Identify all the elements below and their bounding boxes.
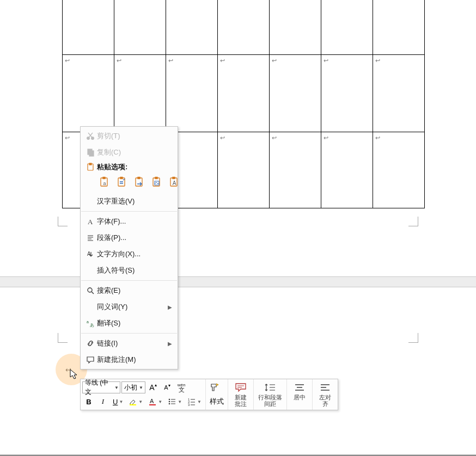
paragraph-mark: ↩ (65, 57, 70, 64)
table-cell[interactable]: ↩ (63, 54, 114, 132)
link-icon (84, 339, 97, 348)
paste-as-link-button[interactable] (133, 175, 146, 190)
label-line: 间距 (264, 400, 276, 407)
table-cell[interactable] (270, 0, 321, 54)
paste-picture-button[interactable] (150, 175, 163, 190)
paragraph-mark: ↩ (375, 134, 380, 141)
numbering-button[interactable]: 123▼ (185, 395, 204, 408)
menu-translate[interactable]: aあ 翻译(S) (81, 315, 178, 331)
svg-rect-14 (155, 177, 157, 179)
menu-label: 粘贴选项: (97, 162, 172, 172)
menu-label: 文字方向(X)... (97, 249, 172, 259)
menu-link[interactable]: 链接(I) ▶ (81, 335, 178, 352)
chevron-down-icon: ▼ (114, 385, 119, 390)
menu-synonyms[interactable]: 同义词(Y) ▶ (81, 299, 178, 315)
context-menu: 剪切(T) 复制(C) 粘贴选项: a A 汉字重选(V) (80, 126, 178, 369)
grow-font-button[interactable]: A▴ (147, 381, 160, 394)
font-color-button[interactable]: A▼ (146, 395, 164, 408)
svg-point-28 (169, 401, 170, 403)
svg-text:A: A (88, 218, 93, 226)
menu-new-comment[interactable]: 新建批注(M) (81, 352, 178, 368)
table-cell[interactable]: ↩ (373, 54, 425, 132)
document-page-1[interactable]: ↩ ↩ ↩ ↩ ↩ ↩ ↩ ↩ ↩ ↩ ↩ ↩ ↩ ↩ (0, 0, 476, 275)
table-cell[interactable]: ↩ (218, 54, 270, 132)
font-size-value: 小初 (124, 383, 137, 392)
menu-label: 汉字重选(V) (97, 196, 172, 206)
paste-text-only-button[interactable]: A (168, 175, 181, 190)
italic-label: I (102, 397, 104, 406)
chevron-down-icon: ▼ (119, 399, 123, 404)
table-cell[interactable] (373, 0, 425, 54)
copy-icon (84, 148, 97, 157)
clipboard-icon (84, 163, 97, 171)
styles-button[interactable]: 样式 (208, 395, 226, 408)
mini-linespacing-group: 行和段落间距 (254, 379, 287, 410)
table-cell[interactable]: ↩ (270, 132, 321, 208)
paste-merge-button[interactable] (115, 175, 129, 190)
menu-paragraph[interactable]: 段落(P)... (81, 230, 178, 246)
highlight-button[interactable]: ▼ (126, 395, 145, 408)
paragraph-icon (84, 233, 97, 242)
table-cell[interactable]: ↩ (218, 132, 270, 208)
underline-button[interactable]: U▼ (111, 395, 125, 408)
svg-rect-10 (120, 177, 123, 179)
label-line: 齐 (322, 400, 328, 407)
new-comment-button[interactable]: 新建批注 (230, 380, 252, 409)
paste-keep-source-button[interactable]: a (98, 175, 111, 190)
paragraph-mark: ↩ (65, 134, 70, 141)
menu-reselect-hanzi[interactable]: 汉字重选(V) (81, 193, 178, 209)
font-name-combo[interactable]: 等线 (中文▼ (82, 381, 120, 393)
bullets-button[interactable]: ▼ (166, 395, 184, 408)
menu-paste-header: 粘贴选项: (81, 161, 178, 174)
svg-text:あ: あ (90, 323, 94, 328)
table-cell[interactable] (63, 0, 114, 54)
paragraph-mark: ↩ (117, 57, 121, 64)
table-cell[interactable] (218, 0, 270, 54)
align-left-button[interactable]: 左对齐 (314, 380, 336, 409)
svg-rect-5 (89, 163, 91, 165)
svg-rect-12 (138, 177, 140, 179)
table-cell[interactable] (114, 0, 166, 54)
table-cell[interactable] (166, 0, 218, 54)
line-spacing-button[interactable]: 行和段落间距 (255, 380, 285, 409)
table-cell[interactable]: ↩ (166, 54, 218, 132)
table-cell[interactable]: ↩ (321, 54, 373, 132)
menu-copy[interactable]: 复制(C) (81, 144, 178, 161)
svg-point-27 (169, 399, 170, 400)
svg-rect-11 (136, 178, 142, 186)
font-size-combo[interactable]: 小初▼ (121, 381, 145, 393)
styles-label: 样式 (210, 397, 224, 406)
menu-font[interactable]: A 字体(F)... (81, 213, 178, 230)
page-corner-mark (58, 329, 72, 343)
letter-a-small: A (164, 384, 168, 391)
bold-button[interactable]: B (82, 395, 95, 408)
menu-label: 字体(F)... (97, 217, 172, 226)
paragraph-mark: ↩ (272, 134, 277, 141)
table-cell[interactable]: ↩ (270, 54, 321, 132)
table-cell[interactable]: ↩ (373, 132, 425, 208)
mini-alignleft-group: 左对齐 (313, 379, 338, 410)
menu-label: 同义词(Y) (97, 302, 168, 312)
menu-insert-symbol[interactable]: 插入符号(S) (81, 262, 178, 279)
menu-search[interactable]: 搜索(E) (81, 282, 178, 299)
letter-a-large: A (149, 383, 154, 392)
bold-label: B (86, 398, 91, 406)
table-cell[interactable]: ↩ (321, 132, 373, 208)
menu-label: 新建批注(M) (97, 355, 172, 365)
highlight-icon (129, 397, 137, 406)
svg-rect-3 (89, 151, 94, 156)
align-center-button[interactable]: 居中 (289, 380, 310, 402)
document-page-2[interactable] (0, 287, 476, 456)
table-cell[interactable]: ↩ (114, 54, 166, 132)
menu-cut[interactable]: 剪切(T) (81, 128, 178, 144)
mini-toolbar: 等线 (中文▼ 小初▼ A▴ A▾ wén 文 B I U▼ ▼ (80, 379, 338, 410)
paragraph-mark: ↩ (220, 134, 225, 141)
submenu-arrow-icon: ▶ (168, 304, 172, 310)
menu-text-direction[interactable]: A 文字方向(X)... (81, 246, 178, 262)
italic-button[interactable]: I (96, 395, 109, 408)
table-cell[interactable] (321, 0, 373, 54)
shrink-font-button[interactable]: A▾ (161, 381, 174, 394)
chevron-down-icon: ▼ (197, 399, 202, 404)
format-painter-button[interactable] (208, 381, 222, 394)
phonetic-guide-button[interactable]: wén 文 (175, 381, 188, 394)
